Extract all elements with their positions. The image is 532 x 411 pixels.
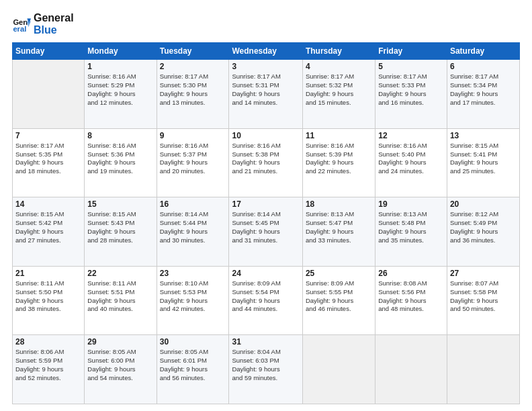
day-info: Sunrise: 8:11 AM Sunset: 5:51 PM Dayligh… (87, 279, 153, 314)
day-info: Sunrise: 8:08 AM Sunset: 5:56 PM Dayligh… (378, 279, 444, 314)
calendar-cell: 6Sunrise: 8:17 AM Sunset: 5:34 PM Daylig… (447, 60, 519, 129)
day-info: Sunrise: 8:15 AM Sunset: 5:41 PM Dayligh… (450, 142, 517, 176)
logo-text-line2: Blue (34, 24, 74, 36)
calendar-cell: 13Sunrise: 8:15 AM Sunset: 5:41 PM Dayli… (447, 128, 519, 197)
day-number: 4 (306, 62, 372, 71)
logo-icon: Gen eral (12, 15, 31, 34)
weekday-header-thursday: Thursday (302, 43, 375, 60)
day-info: Sunrise: 8:15 AM Sunset: 5:42 PM Dayligh… (15, 210, 81, 244)
day-number: 7 (15, 131, 81, 140)
calendar-cell: 19Sunrise: 8:13 AM Sunset: 5:48 PM Dayli… (375, 197, 447, 267)
calendar-cell: 24Sunrise: 8:09 AM Sunset: 5:54 PM Dayli… (229, 266, 302, 335)
day-info: Sunrise: 8:17 AM Sunset: 5:31 PM Dayligh… (232, 73, 299, 107)
calendar-cell: 21Sunrise: 8:11 AM Sunset: 5:50 PM Dayli… (13, 266, 85, 335)
day-info: Sunrise: 8:17 AM Sunset: 5:33 PM Dayligh… (378, 73, 444, 107)
calendar-cell: 23Sunrise: 8:10 AM Sunset: 5:53 PM Dayli… (157, 266, 229, 335)
weekday-header-friday: Friday (375, 43, 447, 60)
day-number: 26 (378, 269, 444, 278)
day-info: Sunrise: 8:16 AM Sunset: 5:39 PM Dayligh… (306, 142, 372, 176)
page-header: Gen eral General Blue (12, 12, 520, 36)
day-number: 6 (450, 62, 517, 71)
day-info: Sunrise: 8:05 AM Sunset: 6:01 PM Dayligh… (160, 348, 226, 382)
day-number: 24 (232, 269, 299, 278)
day-info: Sunrise: 8:16 AM Sunset: 5:40 PM Dayligh… (378, 142, 444, 176)
day-info: Sunrise: 8:11 AM Sunset: 5:50 PM Dayligh… (15, 279, 81, 314)
day-info: Sunrise: 8:17 AM Sunset: 5:35 PM Dayligh… (15, 142, 81, 176)
day-info: Sunrise: 8:05 AM Sunset: 6:00 PM Dayligh… (87, 348, 153, 382)
day-number: 31 (232, 337, 299, 347)
day-number: 12 (378, 131, 444, 140)
day-info: Sunrise: 8:16 AM Sunset: 5:38 PM Dayligh… (232, 142, 299, 176)
calendar-week-4: 21Sunrise: 8:11 AM Sunset: 5:50 PM Dayli… (13, 266, 520, 335)
day-number: 23 (160, 269, 226, 278)
day-info: Sunrise: 8:17 AM Sunset: 5:32 PM Dayligh… (306, 73, 372, 107)
calendar-cell: 28Sunrise: 8:06 AM Sunset: 5:59 PM Dayli… (13, 335, 85, 404)
calendar-cell: 14Sunrise: 8:15 AM Sunset: 5:42 PM Dayli… (13, 197, 85, 267)
logo-text-line1: General (34, 12, 74, 24)
calendar-cell: 2Sunrise: 8:17 AM Sunset: 5:30 PM Daylig… (157, 60, 229, 129)
day-number: 29 (87, 337, 153, 347)
calendar-cell: 18Sunrise: 8:13 AM Sunset: 5:47 PM Dayli… (302, 197, 375, 267)
day-number: 16 (160, 199, 226, 209)
calendar-cell: 1Sunrise: 8:16 AM Sunset: 5:29 PM Daylig… (85, 60, 157, 129)
calendar-week-2: 7Sunrise: 8:17 AM Sunset: 5:35 PM Daylig… (13, 128, 520, 197)
day-info: Sunrise: 8:09 AM Sunset: 5:54 PM Dayligh… (232, 279, 299, 314)
day-info: Sunrise: 8:13 AM Sunset: 5:48 PM Dayligh… (378, 210, 444, 244)
calendar-cell: 12Sunrise: 8:16 AM Sunset: 5:40 PM Dayli… (375, 128, 447, 197)
day-number: 17 (232, 199, 299, 209)
svg-text:eral: eral (13, 25, 26, 33)
calendar-week-1: 1Sunrise: 8:16 AM Sunset: 5:29 PM Daylig… (13, 60, 520, 129)
calendar-cell: 15Sunrise: 8:15 AM Sunset: 5:43 PM Dayli… (85, 197, 157, 267)
day-info: Sunrise: 8:14 AM Sunset: 5:45 PM Dayligh… (232, 210, 299, 244)
calendar-cell: 5Sunrise: 8:17 AM Sunset: 5:33 PM Daylig… (375, 60, 447, 129)
calendar-cell: 26Sunrise: 8:08 AM Sunset: 5:56 PM Dayli… (375, 266, 447, 335)
day-info: Sunrise: 8:17 AM Sunset: 5:34 PM Dayligh… (450, 73, 517, 107)
calendar-cell: 30Sunrise: 8:05 AM Sunset: 6:01 PM Dayli… (157, 335, 229, 404)
day-info: Sunrise: 8:09 AM Sunset: 5:55 PM Dayligh… (306, 279, 372, 314)
weekday-header-sunday: Sunday (13, 43, 85, 60)
calendar-cell: 31Sunrise: 8:04 AM Sunset: 6:03 PM Dayli… (229, 335, 302, 404)
day-info: Sunrise: 8:14 AM Sunset: 5:44 PM Dayligh… (160, 210, 226, 244)
day-number: 1 (87, 62, 153, 71)
calendar-cell: 9Sunrise: 8:16 AM Sunset: 5:37 PM Daylig… (157, 128, 229, 197)
calendar-cell: 4Sunrise: 8:17 AM Sunset: 5:32 PM Daylig… (302, 60, 375, 129)
day-number: 9 (160, 131, 226, 140)
calendar-cell: 7Sunrise: 8:17 AM Sunset: 5:35 PM Daylig… (13, 128, 85, 197)
calendar-cell: 20Sunrise: 8:12 AM Sunset: 5:49 PM Dayli… (447, 197, 519, 267)
day-info: Sunrise: 8:07 AM Sunset: 5:58 PM Dayligh… (450, 279, 517, 314)
day-number: 3 (232, 62, 299, 71)
day-number: 2 (160, 62, 226, 71)
calendar-week-3: 14Sunrise: 8:15 AM Sunset: 5:42 PM Dayli… (13, 197, 520, 267)
day-number: 14 (15, 199, 81, 209)
day-number: 5 (378, 62, 444, 71)
day-number: 19 (378, 199, 444, 209)
day-number: 27 (450, 269, 517, 278)
calendar-cell: 22Sunrise: 8:11 AM Sunset: 5:51 PM Dayli… (85, 266, 157, 335)
calendar-cell: 16Sunrise: 8:14 AM Sunset: 5:44 PM Dayli… (157, 197, 229, 267)
day-info: Sunrise: 8:06 AM Sunset: 5:59 PM Dayligh… (15, 348, 81, 382)
day-number: 10 (232, 131, 299, 140)
day-number: 30 (160, 337, 226, 347)
day-info: Sunrise: 8:17 AM Sunset: 5:30 PM Dayligh… (160, 73, 226, 107)
day-info: Sunrise: 8:13 AM Sunset: 5:47 PM Dayligh… (306, 210, 372, 244)
calendar-week-5: 28Sunrise: 8:06 AM Sunset: 5:59 PM Dayli… (13, 335, 520, 404)
calendar-cell: 11Sunrise: 8:16 AM Sunset: 5:39 PM Dayli… (302, 128, 375, 197)
weekday-header-tuesday: Tuesday (157, 43, 229, 60)
calendar-cell (447, 335, 519, 404)
day-info: Sunrise: 8:04 AM Sunset: 6:03 PM Dayligh… (232, 348, 299, 382)
logo: Gen eral General Blue (12, 12, 74, 36)
day-info: Sunrise: 8:12 AM Sunset: 5:49 PM Dayligh… (450, 210, 517, 244)
day-number: 25 (306, 269, 372, 278)
day-info: Sunrise: 8:16 AM Sunset: 5:37 PM Dayligh… (160, 142, 226, 176)
day-info: Sunrise: 8:15 AM Sunset: 5:43 PM Dayligh… (87, 210, 153, 244)
calendar-table: SundayMondayTuesdayWednesdayThursdayFrid… (12, 42, 520, 404)
calendar-header-row: SundayMondayTuesdayWednesdayThursdayFrid… (13, 43, 520, 60)
day-number: 18 (306, 199, 372, 209)
calendar-cell: 25Sunrise: 8:09 AM Sunset: 5:55 PM Dayli… (302, 266, 375, 335)
day-number: 20 (450, 199, 517, 209)
day-number: 22 (87, 269, 153, 278)
calendar-cell: 17Sunrise: 8:14 AM Sunset: 5:45 PM Dayli… (229, 197, 302, 267)
day-info: Sunrise: 8:16 AM Sunset: 5:36 PM Dayligh… (87, 142, 153, 176)
day-number: 28 (15, 337, 81, 347)
day-number: 8 (87, 131, 153, 140)
